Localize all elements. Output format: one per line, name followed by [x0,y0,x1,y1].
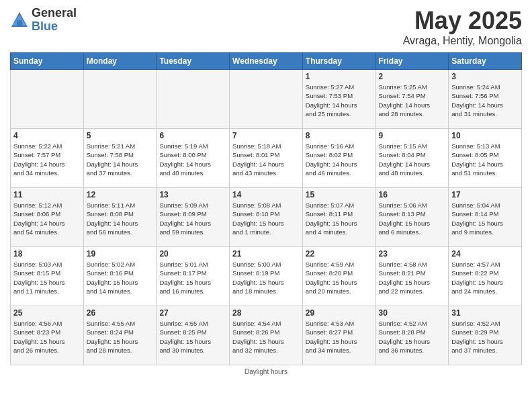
day-info: Sunrise: 5:06 AM Sunset: 8:13 PM Dayligh… [379,201,446,236]
day-info: Sunrise: 5:08 AM Sunset: 8:10 PM Dayligh… [232,201,300,236]
calendar-table: SundayMondayTuesdayWednesdayThursdayFrid… [10,52,522,365]
week-row-3: 11Sunrise: 5:12 AM Sunset: 8:06 PM Dayli… [11,188,522,247]
day-number: 23 [379,249,446,259]
cell-2-2: 6Sunrise: 5:19 AM Sunset: 8:00 PM Daylig… [157,129,230,188]
day-info: Sunrise: 5:02 AM Sunset: 8:16 PM Dayligh… [87,260,154,295]
cell-4-1: 19Sunrise: 5:02 AM Sunset: 8:16 PM Dayli… [83,247,157,306]
footer: Daylight hours [10,368,522,375]
day-number: 13 [159,190,226,199]
day-info: Sunrise: 4:53 AM Sunset: 8:27 PM Dayligh… [306,319,373,355]
month-title: May 2025 [403,7,522,35]
day-info: Sunrise: 5:09 AM Sunset: 8:09 PM Dayligh… [159,201,226,236]
cell-1-5: 2Sunrise: 5:25 AM Sunset: 7:54 PM Daylig… [375,70,449,129]
day-number: 6 [159,131,226,140]
day-number: 28 [232,308,300,318]
day-number: 1 [306,72,373,81]
day-info: Sunrise: 5:11 AM Sunset: 8:08 PM Dayligh… [87,201,154,236]
cell-2-6: 10Sunrise: 5:13 AM Sunset: 8:05 PM Dayli… [449,129,522,188]
cell-3-0: 11Sunrise: 5:12 AM Sunset: 8:06 PM Dayli… [11,188,84,247]
col-header-thursday: Thursday [302,53,375,70]
day-info: Sunrise: 4:55 AM Sunset: 8:25 PM Dayligh… [159,319,226,355]
day-number: 19 [87,249,154,259]
cell-3-5: 16Sunrise: 5:06 AM Sunset: 8:13 PM Dayli… [375,188,449,247]
day-info: Sunrise: 5:24 AM Sunset: 7:56 PM Dayligh… [451,83,519,118]
cell-2-4: 8Sunrise: 5:16 AM Sunset: 8:02 PM Daylig… [302,129,375,188]
cell-5-1: 26Sunrise: 4:55 AM Sunset: 8:24 PM Dayli… [83,306,157,365]
day-info: Sunrise: 5:01 AM Sunset: 8:17 PM Dayligh… [159,260,226,295]
week-row-1: 1Sunrise: 5:27 AM Sunset: 7:53 PM Daylig… [11,70,522,129]
week-row-2: 4Sunrise: 5:22 AM Sunset: 7:57 PM Daylig… [11,129,522,188]
col-header-friday: Friday [375,53,449,70]
col-header-monday: Monday [83,53,157,70]
logo-blue: Blue [32,20,77,34]
cell-1-0 [11,70,84,129]
cell-3-2: 13Sunrise: 5:09 AM Sunset: 8:09 PM Dayli… [157,188,230,247]
cell-3-6: 17Sunrise: 5:04 AM Sunset: 8:14 PM Dayli… [449,188,522,247]
cell-5-5: 30Sunrise: 4:52 AM Sunset: 8:28 PM Dayli… [375,306,449,365]
cell-5-6: 31Sunrise: 4:52 AM Sunset: 8:29 PM Dayli… [449,306,522,365]
day-info: Sunrise: 5:04 AM Sunset: 8:14 PM Dayligh… [451,201,519,236]
day-number: 22 [306,249,373,259]
day-info: Sunrise: 5:18 AM Sunset: 8:01 PM Dayligh… [232,142,300,177]
logo-text: General Blue [32,7,77,34]
svg-rect-2 [17,20,22,26]
week-row-5: 25Sunrise: 4:56 AM Sunset: 8:23 PM Dayli… [11,306,522,365]
day-number: 24 [451,249,519,259]
cell-3-3: 14Sunrise: 5:08 AM Sunset: 8:10 PM Dayli… [230,188,303,247]
day-info: Sunrise: 5:22 AM Sunset: 7:57 PM Dayligh… [13,142,81,177]
cell-1-3 [230,70,303,129]
day-number: 12 [87,190,154,199]
day-number: 11 [13,190,81,199]
cell-2-5: 9Sunrise: 5:15 AM Sunset: 8:04 PM Daylig… [375,129,449,188]
title-block: May 2025 Avraga, Hentiy, Mongolia [403,7,522,47]
day-number: 25 [13,308,81,318]
day-info: Sunrise: 4:52 AM Sunset: 8:29 PM Dayligh… [451,319,519,355]
col-header-tuesday: Tuesday [157,53,230,70]
day-number: 8 [306,131,373,140]
cell-4-6: 24Sunrise: 4:57 AM Sunset: 8:22 PM Dayli… [449,247,522,306]
cell-4-2: 20Sunrise: 5:01 AM Sunset: 8:17 PM Dayli… [157,247,230,306]
day-number: 18 [13,249,81,259]
header: General Blue May 2025 Avraga, Hentiy, Mo… [10,7,522,47]
day-info: Sunrise: 4:52 AM Sunset: 8:28 PM Dayligh… [379,319,446,355]
cell-4-3: 21Sunrise: 5:00 AM Sunset: 8:19 PM Dayli… [230,247,303,306]
day-number: 27 [159,308,226,318]
day-number: 3 [451,72,519,81]
day-number: 16 [379,190,446,199]
cell-3-1: 12Sunrise: 5:11 AM Sunset: 8:08 PM Dayli… [83,188,157,247]
cell-1-2 [157,70,230,129]
cell-4-0: 18Sunrise: 5:03 AM Sunset: 8:15 PM Dayli… [11,247,84,306]
day-number: 5 [87,131,154,140]
day-number: 4 [13,131,81,140]
cell-3-4: 15Sunrise: 5:07 AM Sunset: 8:11 PM Dayli… [302,188,375,247]
day-number: 10 [451,131,519,140]
day-number: 26 [87,308,154,318]
day-info: Sunrise: 4:54 AM Sunset: 8:26 PM Dayligh… [232,319,300,355]
day-number: 9 [379,131,446,140]
day-info: Sunrise: 5:27 AM Sunset: 7:53 PM Dayligh… [306,83,373,118]
cell-1-4: 1Sunrise: 5:27 AM Sunset: 7:53 PM Daylig… [302,70,375,129]
logo: General Blue [10,7,77,34]
day-info: Sunrise: 5:19 AM Sunset: 8:00 PM Dayligh… [159,142,226,177]
cell-2-1: 5Sunrise: 5:21 AM Sunset: 7:58 PM Daylig… [83,129,157,188]
cell-1-6: 3Sunrise: 5:24 AM Sunset: 7:56 PM Daylig… [449,70,522,129]
day-info: Sunrise: 4:57 AM Sunset: 8:22 PM Dayligh… [451,260,519,295]
day-number: 30 [379,308,446,318]
day-info: Sunrise: 5:16 AM Sunset: 8:02 PM Dayligh… [306,142,373,177]
day-info: Sunrise: 5:12 AM Sunset: 8:06 PM Dayligh… [13,201,81,236]
day-info: Sunrise: 4:56 AM Sunset: 8:23 PM Dayligh… [13,319,81,355]
day-info: Sunrise: 5:25 AM Sunset: 7:54 PM Dayligh… [379,83,446,118]
day-number: 21 [232,249,300,259]
cell-5-0: 25Sunrise: 4:56 AM Sunset: 8:23 PM Dayli… [11,306,84,365]
col-header-sunday: Sunday [11,53,84,70]
day-info: Sunrise: 4:55 AM Sunset: 8:24 PM Dayligh… [87,319,154,355]
header-row: SundayMondayTuesdayWednesdayThursdayFrid… [11,53,522,70]
day-info: Sunrise: 5:15 AM Sunset: 8:04 PM Dayligh… [379,142,446,177]
day-number: 20 [159,249,226,259]
day-info: Sunrise: 5:13 AM Sunset: 8:05 PM Dayligh… [451,142,519,177]
day-info: Sunrise: 4:59 AM Sunset: 8:20 PM Dayligh… [306,260,373,295]
day-number: 2 [379,72,446,81]
day-info: Sunrise: 5:03 AM Sunset: 8:15 PM Dayligh… [13,260,81,295]
day-number: 29 [306,308,373,318]
page: General Blue May 2025 Avraga, Hentiy, Mo… [0,0,532,382]
